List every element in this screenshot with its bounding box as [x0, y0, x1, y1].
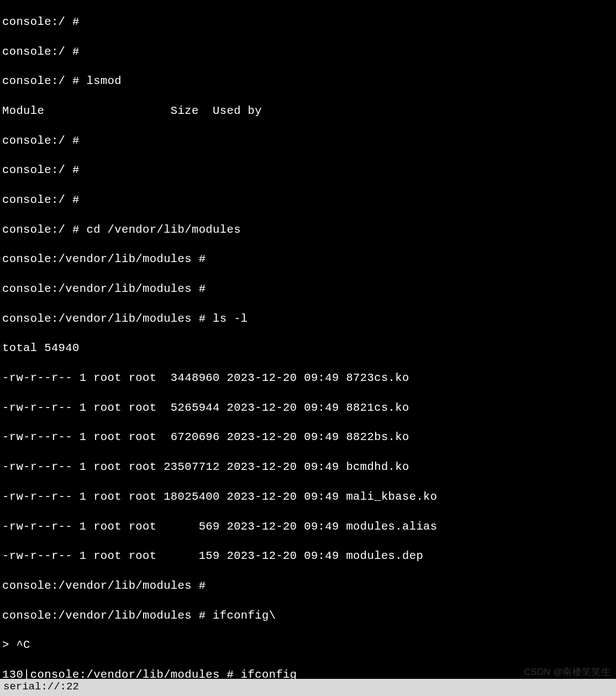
terminal-line: console:/ # lsmod: [2, 74, 614, 89]
terminal-line: console:/ #: [2, 45, 614, 60]
terminal-line: console:/vendor/lib/modules # ls -l: [2, 312, 614, 327]
terminal-line: console:/ # cd /vendor/lib/modules: [2, 223, 614, 238]
terminal-line: -rw-r--r-- 1 root root 18025400 2023-12-…: [2, 490, 614, 505]
status-bar: serial://:22: [0, 679, 616, 696]
terminal-line: console:/vendor/lib/modules # ifconfig\: [2, 609, 614, 624]
terminal-line: console:/ #: [2, 134, 614, 149]
terminal-line: -rw-r--r-- 1 root root 569 2023-12-20 09…: [2, 520, 614, 535]
terminal-line: Module Size Used by: [2, 104, 614, 119]
terminal-line: console:/vendor/lib/modules #: [2, 252, 614, 267]
watermark-text: CSDN @南楼笑笑生: [524, 666, 610, 678]
terminal-line: console:/ #: [2, 163, 614, 178]
terminal-line: -rw-r--r-- 1 root root 159 2023-12-20 09…: [2, 549, 614, 564]
terminal-line: -rw-r--r-- 1 root root 6720696 2023-12-2…: [2, 430, 614, 445]
terminal-line: console:/ #: [2, 193, 614, 208]
terminal-line: -rw-r--r-- 1 root root 3448960 2023-12-2…: [2, 371, 614, 386]
terminal-line: console:/vendor/lib/modules #: [2, 579, 614, 594]
terminal-line: -rw-r--r-- 1 root root 5265944 2023-12-2…: [2, 401, 614, 416]
terminal-line: console:/vendor/lib/modules #: [2, 282, 614, 297]
terminal-line: > ^C: [2, 638, 614, 653]
terminal-line: console:/ #: [2, 15, 614, 30]
terminal-line: total 54940: [2, 341, 614, 356]
terminal-output[interactable]: console:/ # console:/ # console:/ # lsmo…: [0, 0, 616, 696]
terminal-line: -rw-r--r-- 1 root root 23507712 2023-12-…: [2, 460, 614, 475]
